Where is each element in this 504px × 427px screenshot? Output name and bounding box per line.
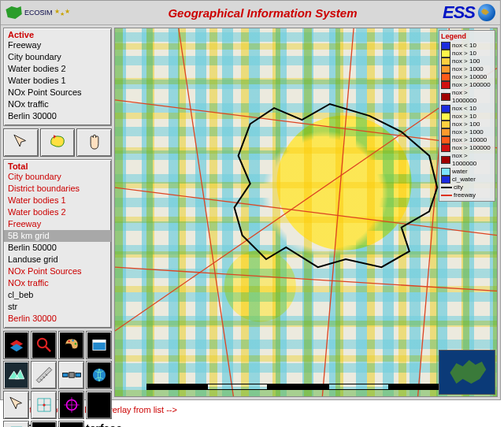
layer-item[interactable]: Berlin 50000 <box>4 242 111 254</box>
grid-snap-tool[interactable] <box>31 391 57 419</box>
legend-swatch <box>441 113 450 121</box>
legend-row: cl_water <box>441 176 493 184</box>
app-title: Geographical Information System <box>83 6 443 20</box>
legend-label: nox < 10 <box>452 105 476 113</box>
exit-button[interactable]: EXIT <box>58 421 84 427</box>
legend-row: nox > 1000 <box>441 128 493 136</box>
layer-item[interactable]: Berlin 30000 <box>4 313 111 325</box>
legend-swatch <box>441 168 450 176</box>
legend-row: nox > 10 <box>441 50 493 58</box>
layer-item[interactable]: NOx Point Sources <box>4 87 111 98</box>
measure-tool[interactable] <box>31 361 57 389</box>
blank-tool[interactable] <box>86 391 112 419</box>
legend-title: Legend <box>441 32 493 40</box>
legend-label: water <box>452 168 468 176</box>
scalebar-segment <box>328 384 389 390</box>
layer-item[interactable]: District boundaries <box>4 183 111 195</box>
palette-tool[interactable] <box>58 331 84 359</box>
legend-label: nox > 100000 <box>452 81 491 89</box>
svg-point-14 <box>43 403 45 406</box>
layer-item[interactable]: cl_beb <box>4 289 111 301</box>
layer-item[interactable]: Landuse grid <box>4 254 111 265</box>
legend-row: nox > 10 <box>441 113 493 121</box>
window-tool[interactable] <box>86 331 112 359</box>
layer-item[interactable]: City boundary <box>4 171 111 183</box>
legend-label: nox > 10 <box>452 50 476 58</box>
layer-item[interactable]: Freeway <box>4 218 111 230</box>
legend-row: freeway <box>441 191 493 199</box>
zoom-tool[interactable] <box>31 331 57 359</box>
layer-item[interactable]: NOx traffic <box>4 277 111 289</box>
svg-rect-12 <box>75 373 80 377</box>
total-panel-title: Total <box>4 160 111 171</box>
total-layers-list[interactable]: City boundaryDistrict boundariesWater bo… <box>4 171 111 328</box>
eu-stars-icon: ★★★ <box>54 8 70 17</box>
svg-rect-11 <box>62 373 68 377</box>
layer-item[interactable]: str <box>4 301 111 313</box>
document-tool[interactable] <box>3 421 29 427</box>
legend-label: nox < 10 <box>452 42 476 50</box>
header-bar: ECOSIM ★★★ Geographical Information Syst… <box>1 1 500 25</box>
svg-point-13 <box>92 369 105 381</box>
3d-view-tool[interactable] <box>3 361 29 389</box>
svg-point-2 <box>68 340 69 342</box>
satellite-tool[interactable] <box>58 361 84 389</box>
layer-item[interactable]: Freeway <box>4 39 111 51</box>
pointer-tool-2[interactable] <box>3 391 29 419</box>
layer-item[interactable]: NOx Point Sources <box>4 265 111 277</box>
legend-label: freeway <box>454 191 476 199</box>
scale-bar <box>146 377 450 390</box>
legend-label: nox > 1000000 <box>452 89 493 105</box>
layers-tool[interactable] <box>3 331 29 359</box>
layer-item[interactable]: Water bodies 2 <box>4 63 111 75</box>
legend-swatch <box>441 50 450 58</box>
legend-row: water <box>441 168 493 176</box>
svg-point-4 <box>74 343 76 344</box>
svg-rect-6 <box>92 340 105 343</box>
legend-swatch <box>441 42 450 50</box>
layer-item[interactable]: NOx traffic <box>4 98 111 110</box>
svg-line-1 <box>45 347 50 352</box>
legend-line-swatch <box>441 187 452 188</box>
legend-swatch <box>441 81 450 89</box>
legend-row: nox > 100 <box>441 121 493 128</box>
layer-item[interactable]: Water bodies 1 <box>4 75 111 87</box>
legend-swatch <box>441 136 450 144</box>
pointer-tool[interactable] <box>3 128 39 157</box>
scalebar-segment <box>146 384 207 390</box>
layer-item[interactable]: Water bodies 1 <box>4 195 111 206</box>
legend-row: nox > 100000 <box>441 144 493 152</box>
legend-row: city <box>441 184 493 191</box>
layer-item[interactable]: Berlin 30000 <box>4 110 111 122</box>
legend-swatch <box>441 176 450 184</box>
legend-row: nox > 1000000 <box>441 152 493 168</box>
info-tool[interactable]: i <box>31 421 57 427</box>
overview-map[interactable] <box>439 350 495 395</box>
map-viewport[interactable]: Legend nox < 10nox > 10nox > 100nox > 10… <box>114 28 498 397</box>
legend-label: nox > 10000 <box>452 136 487 144</box>
legend-swatch <box>441 121 450 128</box>
pan-hand-tool[interactable] <box>76 128 112 157</box>
legend-row: nox > 100000 <box>441 81 493 89</box>
legend-swatch <box>441 144 450 152</box>
lasso-select-tool[interactable] <box>40 128 76 157</box>
legend-label: nox > 1000 <box>452 65 484 73</box>
legend-label: nox > 10000 <box>452 73 487 81</box>
scalebar-segment <box>268 384 328 390</box>
layer-item[interactable]: City boundary <box>4 51 111 63</box>
layer-item[interactable]: 5B km grid <box>4 230 111 242</box>
legend-swatch <box>441 58 450 65</box>
legend-swatch <box>441 93 450 101</box>
legend-row: nox > 1000 <box>441 65 493 73</box>
total-layers-panel: Total City boundaryDistrict boundariesWa… <box>3 159 112 329</box>
tool-grid: i EXIT <box>3 331 112 427</box>
active-layers-panel: Active FreewayCity boundaryWater bodies … <box>3 28 112 126</box>
legend-row: nox < 10 <box>441 105 493 113</box>
active-layers-list[interactable]: FreewayCity boundaryWater bodies 2Water … <box>4 39 111 125</box>
globe-icon <box>478 4 495 21</box>
target-tool[interactable] <box>58 391 84 419</box>
legend-label: cl_water <box>452 176 476 184</box>
mode-toolbar <box>3 128 112 157</box>
globe-tool[interactable] <box>86 361 112 389</box>
layer-item[interactable]: Water bodies 2 <box>4 206 111 218</box>
